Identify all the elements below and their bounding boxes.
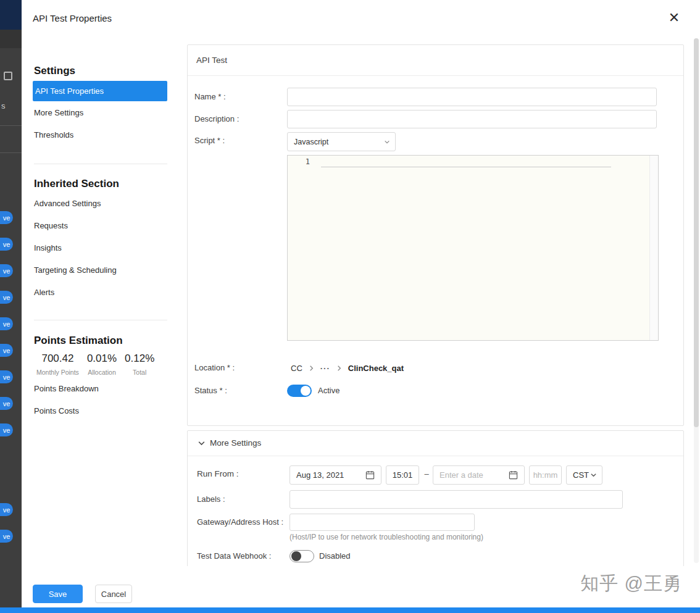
background-pill-button: ve [0, 211, 13, 224]
script-select-value: Javascript [294, 138, 328, 146]
background-divider [0, 152, 22, 153]
background-pill-label: ve [3, 427, 10, 434]
sidebar-item-insights[interactable]: Insights [34, 243, 62, 254]
editor-scrollbar[interactable] [649, 156, 658, 340]
dialog-title: API Test Properties [33, 0, 112, 37]
background-pill-button: ve [0, 530, 13, 543]
chevron-down-icon[interactable] [198, 440, 206, 448]
close-icon[interactable]: ✕ [664, 8, 684, 28]
background-pill-button: ve [0, 423, 13, 436]
name-label: Name * : [194, 91, 226, 102]
description-input[interactable] [287, 110, 657, 128]
background-pill-button: ve [0, 264, 13, 277]
background-pill-label: ve [3, 506, 10, 514]
status-value: Active [318, 385, 340, 397]
end-time-input[interactable] [529, 465, 562, 485]
run-from-label: Run From : [197, 469, 239, 480]
api-test-properties-dialog: API Test Properties ✕ Settings API Test … [22, 0, 700, 607]
background-pill-button: ve [0, 503, 13, 516]
stat-label: Total [125, 369, 154, 376]
labels-input[interactable] [290, 490, 623, 509]
start-date-value: Aug 13, 2021 [296, 470, 344, 480]
stat-label: Monthly Points [36, 369, 79, 376]
chevron-down-icon [384, 139, 390, 145]
breadcrumb-ellipsis[interactable]: ··· [320, 364, 330, 373]
toggle-knob [301, 386, 310, 396]
end-date-placeholder: Enter a date [440, 470, 483, 480]
card-header[interactable]: More Settings [188, 431, 683, 456]
sidebar-item-label: API Test Properties [35, 86, 104, 96]
close-glyph: ✕ [669, 10, 680, 26]
sidebar-item-advanced-settings[interactable]: Advanced Settings [34, 198, 101, 209]
dialog-scrollbar[interactable] [694, 38, 699, 563]
webhook-value: Disabled [319, 550, 351, 562]
sidebar-item-requests[interactable]: Requests [34, 220, 68, 231]
status-toggle[interactable] [287, 385, 312, 397]
location-label: Location * : [194, 362, 235, 373]
background-pill-label: ve [3, 373, 10, 381]
points-stats: 700.42 Monthly Points 0.01% Allocation 0… [36, 352, 154, 376]
calendar-icon[interactable] [365, 470, 375, 480]
sidebar-item-api-test-properties[interactable]: API Test Properties [33, 81, 167, 101]
editor-line-number: 1 [288, 157, 310, 166]
background-pill-label: ve [3, 320, 10, 328]
checkbox-icon [4, 72, 12, 80]
sidebar-item-more-settings[interactable]: More Settings [34, 107, 83, 119]
background-pill-label: ve [3, 241, 10, 248]
watermark: 知乎 @王勇 [580, 571, 682, 596]
code-editor[interactable]: 1 [287, 155, 659, 341]
name-input[interactable] [287, 88, 657, 106]
dialog-main-content: API Test Name * : Description : Script *… [180, 37, 700, 566]
background-pill-button: ve [0, 397, 13, 410]
background-toolbar [0, 30, 22, 48]
sidebar-item-thresholds[interactable]: Thresholds [34, 130, 73, 141]
toggle-knob [291, 551, 301, 561]
date-range-separator: – [422, 469, 431, 478]
breadcrumb-leaf: ClinCheck_qat [348, 364, 404, 373]
start-date-input[interactable]: Aug 13, 2021 [290, 465, 381, 485]
description-label: Description : [194, 114, 239, 125]
background-pill-label: ve [3, 533, 10, 540]
background-pill-button: ve [0, 291, 13, 304]
stat-monthly-points: 700.42 Monthly Points [36, 352, 79, 376]
webhook-label: Test Data Webhook : [197, 551, 271, 562]
settings-heading: Settings [34, 64, 75, 78]
status-label: Status * : [194, 385, 227, 396]
save-button[interactable]: Save [33, 585, 83, 603]
calendar-icon[interactable] [509, 470, 518, 480]
more-settings-card: More Settings Run From : Aug 13, 2021 – [187, 430, 684, 566]
screen: s ve ve ve ve ve ve ve ve ve ve ve API T… [0, 0, 700, 613]
webhook-toggle[interactable] [290, 550, 314, 562]
gateway-host-input[interactable] [290, 514, 475, 531]
script-label: Script * : [194, 135, 225, 146]
background-divider [0, 125, 22, 126]
sidebar-item-alerts[interactable]: Alerts [34, 287, 54, 298]
sidebar-item-points-costs[interactable]: Points Costs [34, 406, 79, 417]
chevron-right-icon [308, 365, 315, 372]
labels-label: Labels : [197, 494, 225, 505]
breadcrumb-root[interactable]: CC [291, 364, 302, 373]
scrollbar-thumb[interactable] [694, 38, 699, 427]
background-pill-label: ve [3, 214, 10, 222]
cancel-button[interactable]: Cancel [95, 585, 132, 603]
inherited-section-heading: Inherited Section [34, 177, 119, 191]
background-pill-button: ve [0, 370, 13, 383]
stat-label: Allocation [87, 369, 117, 376]
background-logo-block [0, 0, 22, 30]
sidebar-divider [34, 320, 167, 320]
gateway-host-hint: (Host/IP to use for network troubleshoot… [290, 533, 483, 541]
stat-value: 700.42 [36, 352, 79, 365]
background-pill-label: ve [3, 267, 10, 275]
sidebar-item-targeting-scheduling[interactable]: Targeting & Scheduling [34, 265, 117, 276]
sidebar-item-points-breakdown[interactable]: Points Breakdown [34, 383, 99, 394]
editor-active-line[interactable] [321, 157, 611, 167]
background-partial-text: s [1, 101, 6, 111]
stat-value: 0.01% [87, 352, 117, 365]
end-date-input[interactable]: Enter a date [433, 465, 525, 485]
timezone-select[interactable]: CST [566, 465, 602, 485]
script-select[interactable]: Javascript [287, 132, 396, 151]
start-time-input[interactable] [386, 465, 419, 485]
background-pill-button: ve [0, 344, 13, 357]
card-header: API Test [188, 45, 683, 76]
api-test-card: API Test Name * : Description : Script *… [187, 44, 684, 426]
